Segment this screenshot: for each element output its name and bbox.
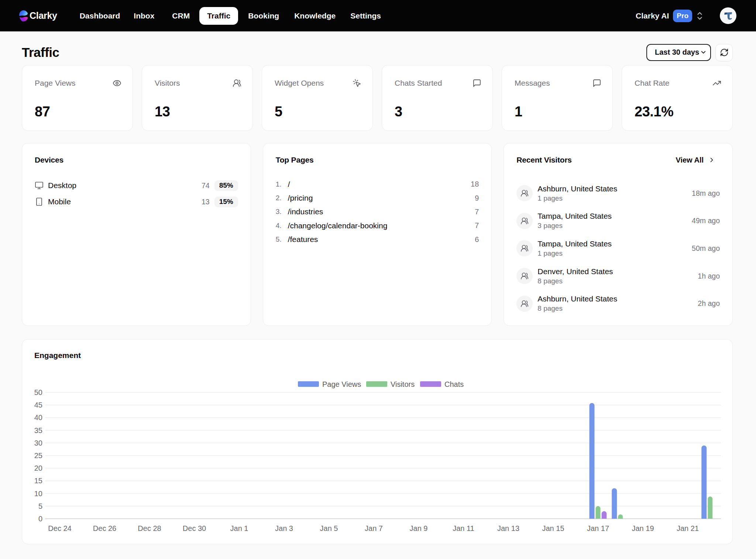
svg-text:35: 35 — [34, 426, 42, 434]
svg-text:15: 15 — [34, 477, 42, 485]
svg-text:Page Views: Page Views — [322, 380, 361, 388]
svg-text:25: 25 — [34, 451, 42, 460]
svg-text:Jan 9: Jan 9 — [410, 524, 428, 532]
svg-text:Jan 1: Jan 1 — [230, 524, 248, 532]
svg-text:50: 50 — [34, 388, 42, 396]
svg-text:0: 0 — [38, 515, 42, 523]
svg-text:Jan 17: Jan 17 — [587, 524, 609, 532]
svg-text:Chats: Chats — [444, 380, 464, 388]
svg-text:Dec 24: Dec 24 — [48, 524, 71, 532]
svg-text:40: 40 — [34, 413, 42, 422]
svg-text:30: 30 — [34, 439, 42, 447]
svg-text:Jan 11: Jan 11 — [453, 524, 474, 532]
svg-text:Visitors: Visitors — [391, 380, 415, 388]
svg-text:Jan 7: Jan 7 — [365, 524, 383, 532]
svg-text:Jan 3: Jan 3 — [275, 524, 293, 532]
svg-text:Jan 19: Jan 19 — [632, 524, 654, 532]
svg-text:Jan 13: Jan 13 — [497, 524, 519, 532]
svg-text:Jan 21: Jan 21 — [677, 524, 699, 532]
svg-text:20: 20 — [34, 464, 42, 472]
svg-text:Dec 30: Dec 30 — [183, 524, 206, 532]
svg-text:Dec 26: Dec 26 — [93, 524, 116, 532]
svg-text:45: 45 — [34, 401, 42, 409]
svg-text:Dec 28: Dec 28 — [138, 524, 161, 532]
svg-text:10: 10 — [34, 490, 42, 498]
svg-text:Jan 5: Jan 5 — [320, 524, 338, 532]
svg-text:5: 5 — [38, 502, 42, 510]
svg-text:Jan 15: Jan 15 — [542, 524, 564, 532]
